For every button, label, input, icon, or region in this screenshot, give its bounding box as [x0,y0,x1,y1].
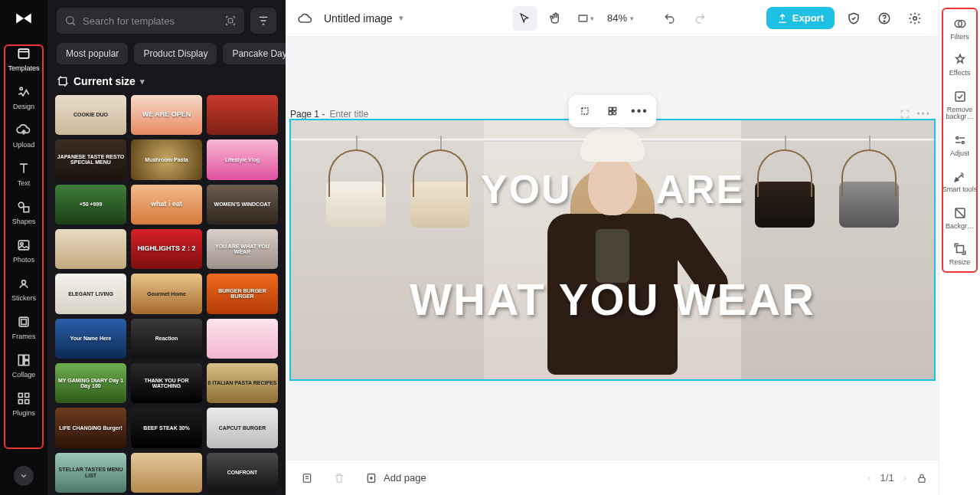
template-thumb[interactable]: LIFE CHANGING Burger! [55,408,126,447]
rr-filters[interactable]: Filters [941,11,979,47]
template-thumb[interactable]: HIGHLIGHTS 2 : 2 [131,229,202,269]
template-thumb[interactable] [131,453,202,493]
template-thumb[interactable]: THANK YOU FOR WATCHING [131,363,202,403]
ai-tool[interactable] [601,100,624,123]
canvas[interactable]: YOUARE WHAT YOU WEAR [290,120,935,380]
search-icon [64,15,77,27]
template-thumb[interactable]: Your Name Here [55,319,126,359]
template-thumb[interactable]: JAPANESE TASTE RESTO SPECIAL MENU [55,139,126,179]
template-thumb[interactable]: BEEF STEAK 30% [131,408,202,447]
rail-stickers[interactable]: Stickers [2,270,45,308]
canvas-text-line2: WHAT YOU WEAR [291,274,934,325]
template-thumb[interactable]: Lifestyle Vlog [207,139,278,179]
template-thumb[interactable]: WOMEN'S WINDCOAT [207,185,278,225]
editor-area: Untitled image ▾ ▾ 84%▾ Export [286,0,939,495]
stickers-icon [15,275,32,292]
canvas-text-line1: YOUARE [291,166,934,212]
zoom-level[interactable]: 84%▾ [604,12,637,24]
svg-rect-18 [59,77,66,84]
shapes-icon [15,198,32,215]
right-rail: FiltersEffectsRemove backgr…AdjustSmart … [939,0,980,495]
rail-text[interactable]: Text [2,155,45,193]
app-logo[interactable] [13,8,34,29]
page-indicator: 1/1 [880,472,894,484]
settings-icon[interactable] [903,7,926,30]
document-title[interactable]: Untitled image ▾ [324,12,403,25]
filter-button[interactable] [250,8,276,34]
rail-photos[interactable]: Photos [2,231,45,270]
expand-rail-button[interactable] [14,466,34,486]
search-input[interactable] [83,15,218,27]
templates-grid[interactable]: COOKIE DUOWE ARE OPENJAPANESE TASTE REST… [47,95,286,495]
template-thumb[interactable]: CAPCUT BURGER [207,408,278,447]
rr-smart-tools[interactable]: Smart tools [941,163,979,199]
scan-icon[interactable] [224,15,237,27]
cloud-sync-icon[interactable] [298,11,313,26]
undo-button[interactable] [657,6,681,31]
expand-page-icon[interactable] [900,109,910,120]
svg-rect-14 [18,400,22,404]
add-page-button[interactable]: Add page [365,472,426,484]
svg-rect-37 [956,246,963,253]
template-thumb[interactable]: WE ARE OPEN [131,95,202,135]
rr-resize[interactable]: Resize [941,236,979,272]
rail-design[interactable]: Design [2,78,45,116]
template-thumb[interactable]: BURGER BURGER BURGER [207,274,278,313]
rail-frames[interactable]: Frames [2,308,45,346]
lock-icon[interactable] [916,472,928,484]
person-illustration [540,128,685,373]
rail-upload[interactable]: Upload [2,116,45,155]
rail-plugins[interactable]: Plugins [2,385,45,423]
size-filter[interactable]: Current size ▾ [47,72,286,95]
export-button[interactable]: Export [766,7,835,29]
template-thumb[interactable]: STELLAR TASTES MENU LIST [55,453,126,493]
rr-adjust[interactable]: Adjust [941,127,979,163]
rr-remove-backgr-[interactable]: Remove backgr… [941,84,979,127]
redo-button[interactable] [688,6,712,31]
help-icon[interactable] [873,7,896,30]
filter-icon [257,15,270,27]
canvas-size-tool[interactable]: ▾ [573,6,598,31]
canvas-viewport[interactable]: Page 1 - ••• ••• [286,37,939,460]
crop-tool[interactable] [573,100,596,123]
template-search[interactable] [57,8,244,34]
rr-effects[interactable]: Effects [941,47,979,83]
chip-most-popular[interactable]: Most popular [57,43,128,64]
shield-icon[interactable] [842,7,865,30]
templates-icon [15,45,32,62]
next-page: › [903,472,906,484]
svg-rect-33 [956,92,965,101]
template-thumb[interactable]: COOKIE DUO [55,95,126,135]
template-thumb[interactable]: Gourmet Home [131,274,202,313]
template-thumb[interactable]: what i eat [131,185,202,225]
rail-templates[interactable]: Templates [2,40,45,78]
notes-icon[interactable] [296,467,318,489]
template-thumb[interactable] [55,229,126,269]
more-tool[interactable]: ••• [629,100,652,123]
template-thumb[interactable]: Mushroom Pasta [131,139,202,179]
page-title-input[interactable] [329,109,398,120]
template-thumb[interactable]: ELEGANT LIVING [55,274,126,313]
rail-shapes[interactable]: Shapes [2,193,45,231]
template-thumb[interactable]: 6 ITALIAN PASTA RECIPES [207,363,278,403]
page-menu-icon[interactable]: ••• [916,109,931,120]
template-thumb[interactable]: Reaction [131,319,202,359]
text-icon [15,160,32,177]
svg-rect-19 [579,15,587,21]
template-thumb[interactable]: +50 +999 [55,185,126,225]
template-thumb[interactable]: YOU ARE WHAT YOU WEAR [207,229,278,269]
rail-collage[interactable]: Collage [2,346,45,385]
collage-icon [15,352,32,369]
hand-tool[interactable] [543,6,567,31]
photos-icon [15,237,32,254]
template-thumb[interactable] [207,319,278,359]
template-thumb[interactable]: MY GAMING DIARY Day 1 Day 100 [55,363,126,403]
select-tool[interactable] [512,6,537,31]
rr-backgr-[interactable]: Backgr… [941,200,979,236]
size-filter-label: Current size [74,75,136,87]
bottom-bar: Add page ‹ 1/1 › [286,460,939,495]
templates-panel: Most popularProduct DisplayPancake Day C… [47,0,286,495]
template-thumb[interactable]: CONFRONT [207,453,278,493]
chip-product-display[interactable]: Product Display [134,43,217,64]
template-thumb[interactable] [207,95,278,135]
